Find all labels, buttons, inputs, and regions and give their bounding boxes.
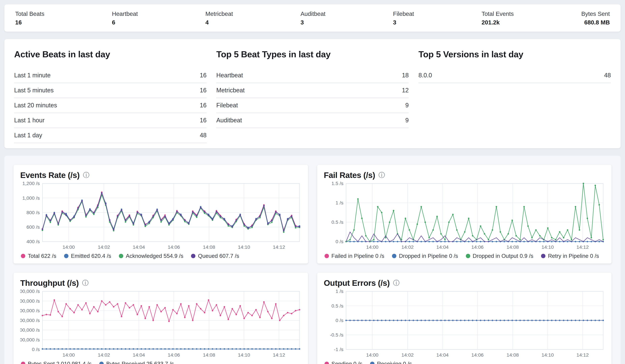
summary-metric-label: Filebeat (393, 10, 414, 18)
row-value: 18 (402, 72, 409, 79)
row-value: 9 (405, 117, 409, 124)
legend-item[interactable]: Emitted 620.4 /s (64, 253, 111, 259)
info-icon[interactable]: ⓘ (83, 172, 89, 178)
versions-title: Top 5 Versions in last day (418, 49, 611, 59)
info-icon[interactable]: ⓘ (378, 172, 385, 178)
chart-legend: Total 622 /sEmitted 620.4 /sAcknowledged… (20, 251, 301, 260)
svg-text:-1 /s: -1 /s (334, 347, 343, 352)
chart-legend: Bytes Sent 2,010,981.4 /sBytes Received … (20, 359, 301, 364)
summary-metric-label: Metricbeat (205, 10, 233, 18)
legend-dot-icon (64, 254, 68, 258)
output-errors-chart-panel: Output Errors (/s) ⓘ -1 /s-0.5 /s0 /s0.5… (317, 273, 612, 364)
legend-item[interactable]: Dropped in Output 0.9 /s (466, 253, 533, 259)
beat-types-panel: Top 5 Beat Types in last day Heartbeat 1… (216, 48, 409, 143)
summary-metric-value: 201.2k (481, 19, 514, 26)
svg-text:14:12: 14:12 (273, 244, 285, 250)
summary-metric-label: Auditbeat (300, 10, 325, 18)
legend-label: Receiving 0 /s (377, 361, 412, 364)
legend-item[interactable]: Total 622 /s (21, 253, 56, 259)
summary-metric: Bytes Sent 680.8 MB (581, 10, 610, 26)
svg-text:1,000 /s: 1,000 /s (22, 195, 40, 201)
legend-label: Sending 0 /s (331, 361, 362, 364)
svg-text:1,500,000 /s: 1,500,000 /s (20, 318, 40, 323)
svg-text:14:10: 14:10 (238, 352, 250, 358)
chart-header: Output Errors (/s) ⓘ (324, 277, 605, 289)
legend-dot-icon (191, 254, 195, 258)
row-value: 16 (200, 87, 207, 94)
legend-label: Total 622 /s (28, 253, 56, 259)
row-label: Auditbeat (216, 117, 242, 124)
legend-item[interactable]: Sending 0 /s (325, 361, 362, 364)
svg-text:14:12: 14:12 (576, 244, 589, 250)
legend-item[interactable]: Dropped in Pipeline 0 /s (392, 253, 458, 259)
svg-text:14:06: 14:06 (471, 352, 483, 358)
legend-item[interactable]: Receiving 0 /s (370, 361, 412, 364)
chart-title: Throughput (/s) (20, 278, 79, 288)
legend-item[interactable]: Queued 607.7 /s (191, 253, 239, 259)
svg-text:0.5 /s: 0.5 /s (331, 219, 344, 225)
output-errors-chart: -1 /s-0.5 /s0 /s0.5 /s1 /s14:0014:0214:0… (324, 289, 605, 359)
fail-rates-chart-panel: Fail Rates (/s) ⓘ 0 /s0.5 /s1 /s1.5 /s14… (317, 165, 612, 264)
table-row: Metricbeat 12 (216, 83, 409, 98)
summary-metric-value: 16 (15, 19, 44, 26)
svg-text:14:06: 14:06 (471, 244, 483, 250)
summary-metric-label: Total Events (481, 10, 514, 18)
svg-text:14:08: 14:08 (203, 352, 215, 358)
svg-text:14:12: 14:12 (576, 352, 589, 358)
svg-text:1,200 /s: 1,200 /s (22, 181, 40, 186)
summary-metric: Total Beats 16 (15, 10, 44, 26)
svg-text:1,000,000 /s: 1,000,000 /s (20, 327, 40, 333)
summary-metric-value: 3 (300, 19, 325, 26)
svg-text:14:02: 14:02 (98, 352, 110, 358)
chart-title: Events Rate (/s) (20, 171, 80, 180)
legend-label: Emitted 620.4 /s (71, 253, 111, 259)
summary-metric: Auditbeat 3 (300, 10, 325, 26)
row-label: Last 20 minutes (14, 102, 57, 109)
legend-dot-icon (325, 362, 329, 364)
legend-item[interactable]: Acknowledged 554.9 /s (119, 253, 183, 259)
legend-item[interactable]: Bytes Received 25,633.7 /s (99, 361, 174, 364)
svg-text:14:04: 14:04 (133, 352, 145, 358)
row-value: 48 (200, 132, 207, 139)
info-icon[interactable]: ⓘ (82, 280, 89, 286)
legend-item[interactable]: Failed in Pipeline 0 /s (325, 253, 384, 259)
svg-text:14:00: 14:00 (366, 352, 378, 358)
svg-text:14:02: 14:02 (98, 244, 110, 250)
legend-item[interactable]: Bytes Sent 2,010,981.4 /s (21, 361, 92, 364)
legend-dot-icon (541, 254, 545, 258)
row-label: Last 5 minutes (14, 87, 54, 94)
chart-header: Fail Rates (/s) ⓘ (324, 169, 605, 181)
table-row: Last 1 minute 16 (14, 68, 207, 83)
chart-header: Events Rate (/s) ⓘ (20, 169, 301, 181)
row-label: 8.0.0 (418, 72, 432, 79)
chart-header: Throughput (/s) ⓘ (20, 277, 301, 289)
svg-text:14:06: 14:06 (168, 244, 180, 250)
svg-text:14:10: 14:10 (541, 244, 554, 250)
svg-text:0 /s: 0 /s (336, 318, 344, 323)
summary-metric-value: 4 (205, 19, 233, 26)
row-value: 48 (604, 72, 611, 79)
table-row: Last 20 minutes 16 (14, 98, 207, 113)
svg-text:14:00: 14:00 (366, 244, 378, 250)
row-label: Heartbeat (216, 72, 243, 79)
svg-text:0.5 /s: 0.5 /s (331, 303, 344, 308)
row-value: 16 (200, 102, 207, 109)
chart-legend: Failed in Pipeline 0 /sDropped in Pipeli… (324, 251, 605, 260)
svg-text:14:00: 14:00 (62, 244, 75, 250)
table-row: Last 1 day 48 (14, 128, 207, 143)
legend-dot-icon (392, 254, 396, 258)
svg-text:2,500,000 /s: 2,500,000 /s (20, 298, 40, 304)
chart-title: Output Errors (/s) (324, 278, 390, 288)
info-icon[interactable]: ⓘ (393, 280, 400, 286)
active-beats-panel: Active Beats in last day Last 1 minute 1… (14, 48, 207, 143)
beat-types-table: Heartbeat 18 Metricbeat 12 Filebeat 9 (216, 68, 409, 128)
legend-dot-icon (325, 254, 329, 258)
svg-text:2,000,000 /s: 2,000,000 /s (20, 308, 40, 313)
row-value: 16 (200, 72, 207, 79)
events-rate-chart: 400 /s600 /s800 /s1,000 /s1,200 /s14:001… (20, 181, 301, 251)
lists-panel: Active Beats in last day Last 1 minute 1… (4, 39, 621, 148)
legend-item[interactable]: Retry in Pipeline 0 /s (541, 253, 599, 259)
svg-text:1 /s: 1 /s (336, 200, 344, 205)
summary-metric-value: 3 (393, 19, 414, 26)
svg-text:400 /s: 400 /s (27, 239, 40, 244)
